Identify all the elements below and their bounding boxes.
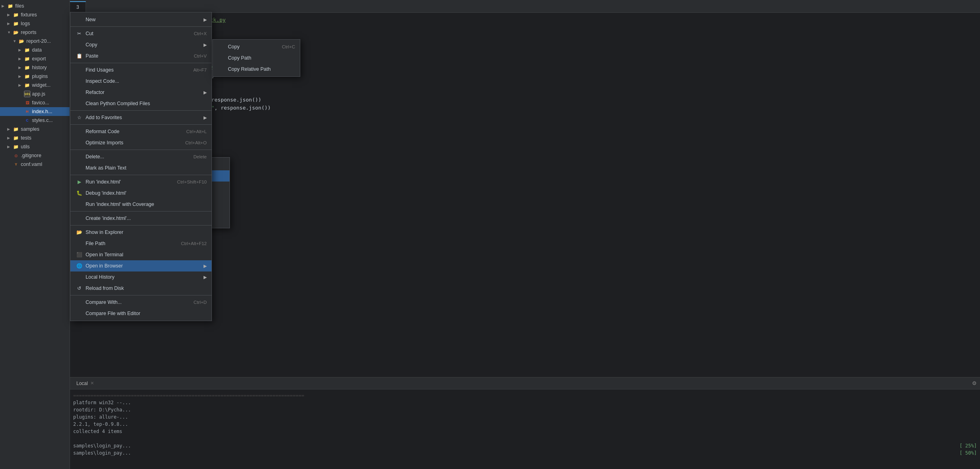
menu-item-copy-relative[interactable]: Copy Relative Path bbox=[213, 64, 300, 75]
shortcut-label: Ctrl+Shift+F10 bbox=[177, 180, 207, 184]
tree-item-plugins[interactable]: ▶ 📁 plugins bbox=[0, 72, 70, 81]
menu-item-reformat[interactable]: Reformat Code Ctrl+Alt+L bbox=[70, 126, 212, 137]
menu-item-add-favorites[interactable]: ☆ Add to Favorites ▶ bbox=[70, 112, 212, 123]
tree-item-files[interactable]: ▶ 📁 files bbox=[0, 2, 70, 10]
menu-item-inspect-code[interactable]: Inspect Code... bbox=[70, 76, 212, 87]
menu-item-copy-path[interactable]: Copy Path bbox=[213, 52, 300, 64]
clean-icon bbox=[75, 100, 83, 108]
tab-label: 3 bbox=[76, 4, 79, 10]
arrow-icon: ▼ bbox=[13, 39, 18, 43]
menu-item-run-index[interactable]: ▶ Run 'index.html' Ctrl+Shift+F10 bbox=[70, 176, 212, 188]
menu-item-file-path[interactable]: File Path Ctrl+Alt+F12 bbox=[70, 238, 212, 249]
menu-label: Find Usages bbox=[86, 67, 190, 73]
folder-icon: 📁 bbox=[24, 64, 30, 71]
terminal-line bbox=[73, 435, 977, 442]
menu-item-mark-plain-text[interactable]: Mark as Plain Text bbox=[70, 162, 212, 174]
arrow-icon: ▶ bbox=[7, 136, 13, 140]
folder-icon: 📁 bbox=[24, 73, 30, 80]
arrow-spacer: ▶ bbox=[18, 92, 24, 96]
submenu-arrow-icon: ▶ bbox=[204, 42, 207, 48]
tree-label: logs bbox=[21, 21, 30, 26]
tree-item-export[interactable]: ▶ 📁 export bbox=[0, 54, 70, 63]
menu-item-reload-disk[interactable]: ↺ Reload from Disk bbox=[70, 283, 212, 294]
menu-separator bbox=[70, 295, 212, 295]
path-icon bbox=[218, 54, 226, 62]
tree-item-stylescss[interactable]: ▶ C styles.c... bbox=[0, 116, 70, 125]
terminal-line: samples\login_pay... [ 50%] bbox=[73, 449, 977, 457]
tree-label: samples bbox=[21, 126, 40, 132]
editor-tab[interactable]: 3 bbox=[70, 1, 86, 12]
menu-label: Run 'index.html' with Coverage bbox=[86, 202, 207, 207]
submenu-arrow-icon: ▶ bbox=[204, 115, 207, 120]
tree-item-utils[interactable]: ▶ 📁 utils bbox=[0, 142, 70, 151]
folder-icon: 📁 bbox=[24, 47, 30, 53]
terminal-gear-icon[interactable]: ⚙ bbox=[972, 380, 977, 386]
menu-separator bbox=[70, 124, 212, 125]
menu-item-debug-index[interactable]: 🐛 Debug 'index.html' bbox=[70, 188, 212, 199]
menu-label: Reload from Disk bbox=[86, 285, 207, 291]
tree-item-indexhtml[interactable]: ▶ H index.h... bbox=[0, 107, 70, 116]
terminal-header: Local ✕ ⚙ bbox=[70, 377, 980, 389]
terminal-tab[interactable]: Local ✕ bbox=[73, 377, 97, 389]
arrow-icon: ▶ bbox=[18, 48, 24, 52]
tree-item-confyaml[interactable]: ▶ Y conf.vaml bbox=[0, 160, 70, 169]
tree-item-widgets[interactable]: ▶ 📁 widget... bbox=[0, 81, 70, 90]
arrow-spacer: ▶ bbox=[18, 110, 24, 114]
new-icon bbox=[75, 16, 83, 24]
menu-label: Mark as Plain Text bbox=[86, 165, 207, 171]
menu-item-local-history[interactable]: Local History ▶ bbox=[70, 271, 212, 283]
copy2-icon bbox=[218, 43, 226, 51]
tree-item-appjs[interactable]: ▶ 101 app.js bbox=[0, 90, 70, 98]
menu-item-show-explorer[interactable]: 📂 Show in Explorer bbox=[70, 227, 212, 238]
menu-label: Run 'index.html' bbox=[86, 179, 174, 185]
terminal-content: ========================================… bbox=[70, 389, 980, 459]
tree-item-gitignore[interactable]: ▶ ⊙ .gitignore bbox=[0, 151, 70, 160]
menu-item-clean-python[interactable]: Clean Python Compiled Files bbox=[70, 98, 212, 109]
menu-item-delete[interactable]: Delete... Delete bbox=[70, 151, 212, 162]
tree-item-favicon[interactable]: ▶ 🖼 favico... bbox=[0, 98, 70, 107]
menu-item-compare-with[interactable]: Compare With... Ctrl+D bbox=[70, 297, 212, 308]
tree-item-tests[interactable]: ▶ 📁 tests bbox=[0, 134, 70, 142]
folder-icon: 📁 bbox=[13, 144, 19, 150]
menu-item-copy-copy[interactable]: Copy Ctrl+C bbox=[213, 41, 300, 52]
tree-label: reports bbox=[21, 30, 36, 35]
tree-item-reports[interactable]: ▼ 📂 reports bbox=[0, 28, 70, 37]
menu-item-cut[interactable]: ✂ Cut Ctrl+X bbox=[70, 28, 212, 39]
menu-item-new[interactable]: New ▶ bbox=[70, 14, 212, 25]
tree-item-history[interactable]: ▶ 📁 history bbox=[0, 63, 70, 72]
arrow-spacer: ▶ bbox=[18, 101, 24, 105]
terminal-close-button[interactable]: ✕ bbox=[90, 381, 94, 386]
tree-item-data[interactable]: ▶ 📁 data bbox=[0, 46, 70, 54]
menu-item-copy[interactable]: Copy ▶ Copy Ctrl+C Copy Path Copy Relati… bbox=[70, 39, 212, 50]
tree-label: .gitignore bbox=[21, 153, 41, 158]
arrow-icon: ▶ bbox=[7, 127, 13, 131]
menu-item-run-coverage[interactable]: Run 'index.html' with Coverage bbox=[70, 199, 212, 210]
context-menu: New ▶ ✂ Cut Ctrl+X Copy ▶ Copy Ctrl+C Co… bbox=[70, 12, 212, 321]
menu-item-refactor[interactable]: Refactor ▶ bbox=[70, 87, 212, 98]
tree-item-report20[interactable]: ▼ 📂 report-20... bbox=[0, 37, 70, 46]
compare-editor-icon bbox=[75, 309, 83, 317]
menu-item-open-terminal[interactable]: ⬛ Open in Terminal bbox=[70, 249, 212, 260]
browser-icon: 🌐 bbox=[75, 262, 83, 270]
menu-item-compare-editor[interactable]: Compare File with Editor bbox=[70, 308, 212, 319]
menu-separator bbox=[70, 211, 212, 212]
css-file-icon: C bbox=[24, 117, 30, 124]
tree-label: utils bbox=[21, 144, 30, 150]
menu-item-create-index[interactable]: Create 'index.html'... bbox=[70, 213, 212, 224]
terminal-line: platform win32 --... bbox=[73, 399, 977, 406]
tree-item-fixtures[interactable]: ▶ 📁 fixtures bbox=[0, 10, 70, 19]
copy-submenu: Copy Ctrl+C Copy Path Copy Relative Path bbox=[212, 39, 300, 77]
arrow-icon: ▶ bbox=[7, 22, 13, 26]
menu-item-optimize-imports[interactable]: Optimize Imports Ctrl+Alt+O bbox=[70, 137, 212, 148]
tree-item-logs[interactable]: ▶ 📁 logs bbox=[0, 19, 70, 28]
copy-icon bbox=[75, 41, 83, 49]
file-tree: ▶ 📁 files ▶ 📁 fixtures ▶ 📁 logs ▼ 📂 repo… bbox=[0, 0, 70, 469]
menu-item-open-browser[interactable]: 🌐 Open in Browser ▶ bbox=[70, 260, 212, 271]
arrow-spacer: ▶ bbox=[18, 118, 24, 122]
js-file-icon: 101 bbox=[24, 91, 30, 97]
folder-icon: 📁 bbox=[7, 3, 14, 9]
menu-item-paste[interactable]: 📋 Paste Ctrl+V bbox=[70, 50, 212, 62]
menu-label: Open in Terminal bbox=[86, 252, 207, 257]
menu-item-find-usages[interactable]: Find Usages Alt+F7 bbox=[70, 64, 212, 76]
tree-item-samples[interactable]: ▶ 📁 samples bbox=[0, 125, 70, 134]
